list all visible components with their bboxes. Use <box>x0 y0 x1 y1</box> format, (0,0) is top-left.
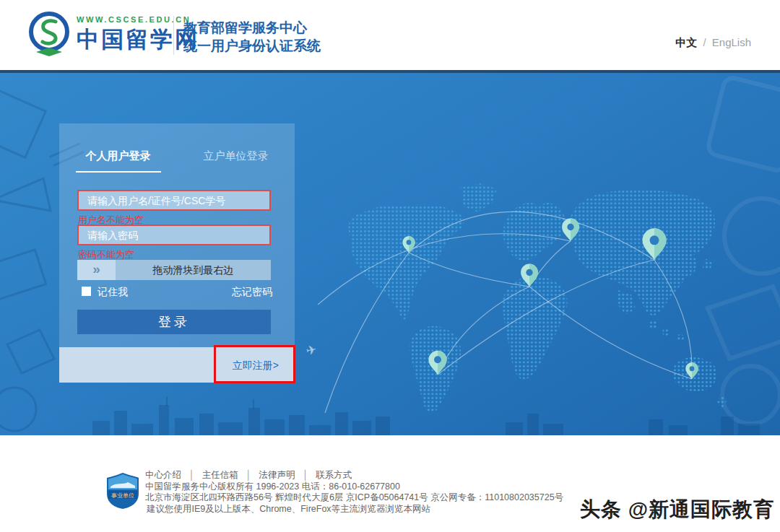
footer-address: 北京市海淀区北四环路西路56号 辉煌时代大厦6层 京ICP备05064741号 … <box>145 492 563 504</box>
login-button[interactable]: 登录 <box>77 310 271 334</box>
password-input[interactable] <box>77 224 271 245</box>
footer-links: 中心介绍 │ 主任信箱 │ 法律声明 │ 联系方式 <box>145 470 563 481</box>
remember-row: 记住我 忘记密码 <box>82 287 272 297</box>
slider-track-label: 拖动滑块到最右边 <box>116 260 271 280</box>
footer-link-mailbox[interactable]: 主任信箱 <box>202 470 238 480</box>
location-pin <box>402 236 415 253</box>
location-pin <box>428 351 446 375</box>
badge-label: 事业单位 <box>111 492 134 499</box>
logo-site-name: 中国留学网 <box>77 25 199 55</box>
footer-browser-tip: 建议您使用IE9及以上版本、Chrome、FireFox等主流浏览器浏览本网站 <box>145 504 563 515</box>
header-divider <box>173 16 174 55</box>
world-map <box>339 182 733 420</box>
lang-separator: / <box>703 36 706 48</box>
login-tabs: 个人用户登录 立户单位登录 <box>59 123 295 173</box>
panel-footer-strip: 立即注册> <box>59 347 295 383</box>
slider-handle[interactable]: » <box>77 260 116 280</box>
location-pin <box>685 362 698 379</box>
toutiao-watermark: 头条 @新通国际教育 <box>580 496 774 523</box>
hero-top-edge <box>0 70 780 73</box>
footer-link-legal[interactable]: 法律声明 <box>259 470 295 480</box>
map-continents <box>348 183 727 413</box>
tab-unit-login[interactable]: 立户单位登录 <box>177 149 295 173</box>
flight-arcs <box>318 212 692 413</box>
city-silhouette <box>92 396 760 435</box>
location-pin <box>642 228 666 260</box>
cscse-emblem-icon <box>26 10 72 59</box>
lang-chinese[interactable]: 中文 <box>675 36 697 48</box>
footer-link-about[interactable]: 中心介绍 <box>145 470 181 480</box>
footer-text: 中心介绍 │ 主任信箱 │ 法律声明 │ 联系方式 中国留学服务中心版权所有 1… <box>145 470 563 515</box>
airplane-icon: ✈ <box>305 342 318 359</box>
map-pins <box>402 219 698 379</box>
tab-personal-login[interactable]: 个人用户登录 <box>59 149 177 173</box>
language-switch: 中文 / EngLish <box>675 36 751 50</box>
header: WWW.CSCSE.EDU.CN 中国留学网 教育部留学服务中心 统一用户身份认… <box>0 0 780 70</box>
register-link[interactable]: 立即注册> <box>233 359 279 371</box>
login-panel: 个人用户登录 立户单位登录 用户名不能为空 密码不能为空 » 拖动滑块到最右边 … <box>59 123 295 383</box>
hero-banner: ✈ 个人用户登录 立户单位登录 用户名不能为空 密码不能为空 » 拖动滑块到最右… <box>0 70 780 435</box>
system-title: 教育部留学服务中心 统一用户身份认证系统 <box>183 19 321 55</box>
location-pin <box>521 264 538 287</box>
captcha-slider: » 拖动滑块到最右边 <box>77 260 271 280</box>
footer-link-contact[interactable]: 联系方式 <box>316 470 352 480</box>
public-institution-badge[interactable]: 事业单位 <box>106 472 139 510</box>
remember-checkbox[interactable] <box>82 287 91 296</box>
username-input[interactable] <box>77 190 271 211</box>
page: WWW.CSCSE.EDU.CN 中国留学网 教育部留学服务中心 统一用户身份认… <box>0 0 780 532</box>
system-title-line1: 教育部留学服务中心 <box>183 19 321 37</box>
lang-english[interactable]: EngLish <box>712 36 751 48</box>
system-title-line2: 统一用户身份认证系统 <box>183 37 321 55</box>
forgot-password-link[interactable]: 忘记密码 <box>232 287 272 297</box>
footer-copyright: 中国留学服务中心版权所有 1996-2023 电话：86-010-6267780… <box>145 481 563 493</box>
logo-url-text: WWW.CSCSE.EDU.CN <box>77 15 199 24</box>
remember-label: 记住我 <box>98 287 128 297</box>
footer: 事业单位 中心介绍 │ 主任信箱 │ 法律声明 │ 联系方式 中国留学服务中心版… <box>0 435 780 532</box>
location-pin <box>562 219 579 241</box>
